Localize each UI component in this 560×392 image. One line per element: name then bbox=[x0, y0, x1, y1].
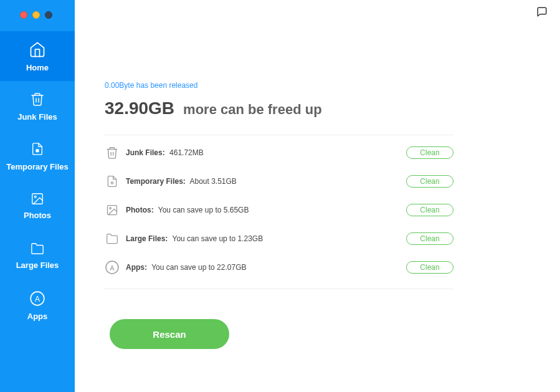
sidebar-item-apps[interactable]: A Apps bbox=[0, 280, 75, 330]
home-icon bbox=[29, 41, 46, 58]
clean-button-junk-files[interactable]: Clean bbox=[406, 146, 453, 159]
svg-text:A: A bbox=[110, 264, 115, 272]
apps-icon: A bbox=[105, 260, 120, 275]
row-photos: Photos: You can save up to 5.65GB Clean bbox=[105, 203, 453, 218]
headline: 32.90GB more can be freed up bbox=[105, 98, 453, 118]
row-label: Large Files: bbox=[126, 234, 168, 243]
row-label: Photos: bbox=[126, 206, 154, 214]
divider bbox=[105, 135, 453, 135]
sidebar-item-photos[interactable]: Photos bbox=[0, 181, 75, 231]
sidebar-item-junk-files[interactable]: Junk Files bbox=[0, 81, 75, 131]
clean-button-photos[interactable]: Clean bbox=[406, 204, 453, 216]
headline-text: more can be freed up bbox=[183, 102, 322, 118]
sidebar-item-label: Large Files bbox=[16, 261, 59, 270]
clean-button-apps[interactable]: Clean bbox=[406, 261, 453, 274]
sidebar-item-label: Apps bbox=[27, 312, 48, 321]
trash-icon bbox=[30, 91, 45, 107]
row-label: Apps: bbox=[126, 263, 147, 272]
nav: Home Junk Files Temporary Files Photos bbox=[0, 31, 75, 330]
rescan-button[interactable]: Rescan bbox=[110, 319, 229, 349]
sidebar-item-large-files[interactable]: Large Files bbox=[0, 231, 75, 280]
headline-amount: 32.90GB bbox=[105, 98, 174, 118]
app-window: Home Junk Files Temporary Files Photos bbox=[0, 0, 560, 392]
row-label: Temporary Files: bbox=[126, 177, 186, 186]
row-value: You can save up to 5.65GB bbox=[158, 206, 249, 214]
sidebar-item-label: Home bbox=[26, 63, 49, 72]
row-text: Temporary Files: About 3.51GB bbox=[126, 177, 237, 186]
sidebar-item-temporary-files[interactable]: Temporary Files bbox=[0, 131, 75, 181]
sidebar-item-home[interactable]: Home bbox=[0, 31, 75, 81]
row-value: About 3.51GB bbox=[189, 177, 236, 186]
divider bbox=[105, 289, 453, 289]
clean-button-temporary-files[interactable]: Clean bbox=[406, 175, 453, 188]
image-icon bbox=[29, 192, 45, 206]
folder-icon bbox=[105, 231, 120, 246]
close-window-button[interactable] bbox=[20, 11, 27, 19]
row-text: Apps: You can save up to 22.07GB bbox=[126, 263, 246, 272]
main-content: 0.00Byte has been released 32.90GB more … bbox=[75, 0, 560, 392]
file-clean-icon bbox=[31, 141, 44, 157]
row-value: You can save up to 1.23GB bbox=[172, 234, 263, 243]
svg-point-11 bbox=[110, 208, 112, 209]
row-value: You can save up to 22.07GB bbox=[151, 263, 246, 272]
row-text: Large Files: You can save up to 1.23GB bbox=[126, 234, 263, 243]
maximize-window-button[interactable] bbox=[45, 11, 52, 19]
svg-point-4 bbox=[34, 196, 36, 198]
summary-panel: 0.00Byte has been released 32.90GB more … bbox=[105, 81, 453, 349]
row-text: Photos: You can save up to 5.65GB bbox=[126, 206, 249, 214]
file-clean-icon bbox=[105, 174, 120, 189]
sidebar: Home Junk Files Temporary Files Photos bbox=[0, 0, 75, 392]
trash-icon bbox=[105, 145, 120, 160]
sidebar-item-label: Junk Files bbox=[17, 112, 57, 122]
row-text: Junk Files: 461.72MB bbox=[126, 148, 204, 157]
row-apps: A Apps: You can save up to 22.07GB Clean bbox=[105, 260, 453, 275]
apps-icon: A bbox=[29, 290, 45, 307]
feedback-icon[interactable] bbox=[536, 6, 548, 20]
minimize-window-button[interactable] bbox=[32, 11, 40, 19]
released-text: has been released bbox=[136, 81, 198, 90]
image-icon bbox=[105, 203, 120, 218]
sidebar-item-label: Temporary Files bbox=[6, 162, 68, 171]
sidebar-item-label: Photos bbox=[24, 211, 51, 220]
folder-icon bbox=[29, 242, 45, 256]
released-status: 0.00Byte has been released bbox=[105, 81, 453, 90]
released-amount: 0.00Byte bbox=[105, 81, 134, 90]
svg-text:A: A bbox=[35, 294, 40, 303]
row-temporary-files: Temporary Files: About 3.51GB Clean bbox=[105, 174, 453, 189]
category-rows: Junk Files: 461.72MB Clean Temporary Fil… bbox=[105, 145, 453, 275]
row-value: 461.72MB bbox=[169, 148, 204, 157]
window-controls bbox=[0, 0, 75, 25]
clean-button-large-files[interactable]: Clean bbox=[406, 232, 453, 245]
row-junk-files: Junk Files: 461.72MB Clean bbox=[105, 145, 453, 160]
row-large-files: Large Files: You can save up to 1.23GB C… bbox=[105, 231, 453, 246]
svg-point-9 bbox=[111, 182, 113, 184]
row-label: Junk Files: bbox=[126, 148, 165, 157]
